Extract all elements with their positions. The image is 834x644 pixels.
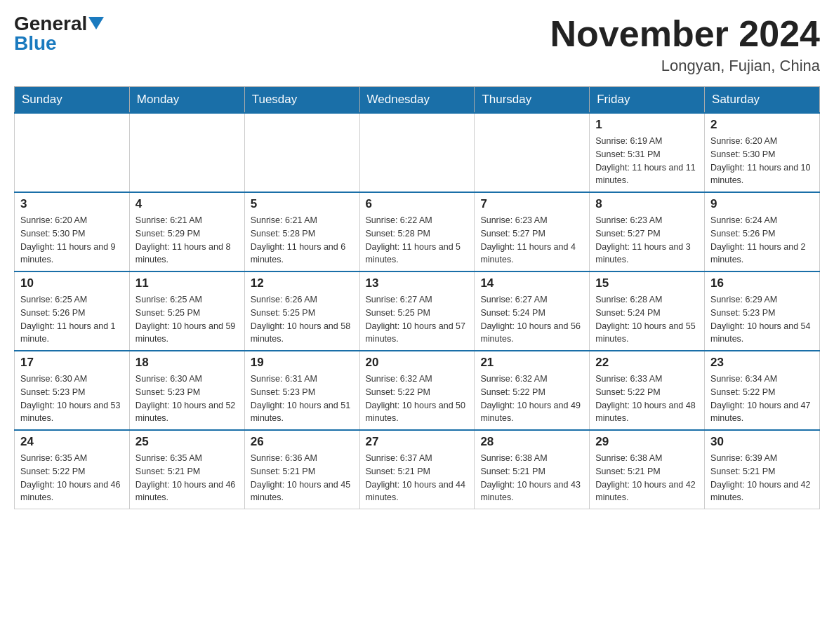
day-info: Sunrise: 6:21 AMSunset: 5:28 PMDaylight:… bbox=[251, 214, 354, 267]
day-number: 15 bbox=[595, 276, 699, 290]
day-info: Sunrise: 6:30 AMSunset: 5:23 PMDaylight:… bbox=[135, 373, 239, 425]
calendar-table: SundayMondayTuesdayWednesdayThursdayFrid… bbox=[14, 86, 820, 509]
calendar-cell: 23Sunrise: 6:34 AMSunset: 5:22 PMDayligh… bbox=[705, 351, 820, 430]
weekday-header-monday: Monday bbox=[129, 87, 244, 114]
day-number: 8 bbox=[595, 197, 699, 211]
calendar-cell: 9Sunrise: 6:24 AMSunset: 5:26 PMDaylight… bbox=[705, 192, 820, 271]
day-info: Sunrise: 6:20 AMSunset: 5:30 PMDaylight:… bbox=[20, 214, 124, 267]
svg-marker-0 bbox=[88, 17, 104, 29]
day-info: Sunrise: 6:29 AMSunset: 5:23 PMDaylight:… bbox=[710, 293, 814, 346]
calendar-cell: 7Sunrise: 6:23 AMSunset: 5:27 PMDaylight… bbox=[475, 192, 590, 271]
page-header: General Blue November 2024 Longyan, Fuji… bbox=[14, 14, 820, 75]
calendar-cell: 21Sunrise: 6:32 AMSunset: 5:22 PMDayligh… bbox=[475, 351, 590, 430]
location-subtitle: Longyan, Fujian, China bbox=[550, 57, 820, 75]
day-number: 17 bbox=[20, 356, 124, 370]
calendar-cell: 22Sunrise: 6:33 AMSunset: 5:22 PMDayligh… bbox=[590, 351, 705, 430]
day-info: Sunrise: 6:31 AMSunset: 5:23 PMDaylight:… bbox=[251, 373, 354, 425]
day-info: Sunrise: 6:39 AMSunset: 5:21 PMDaylight:… bbox=[710, 452, 814, 504]
calendar-cell bbox=[359, 113, 475, 192]
calendar-cell: 10Sunrise: 6:25 AMSunset: 5:26 PMDayligh… bbox=[15, 271, 130, 351]
day-info: Sunrise: 6:22 AMSunset: 5:28 PMDaylight:… bbox=[366, 214, 469, 267]
calendar-week-row: 17Sunrise: 6:30 AMSunset: 5:23 PMDayligh… bbox=[15, 351, 820, 430]
day-info: Sunrise: 6:23 AMSunset: 5:27 PMDaylight:… bbox=[480, 214, 583, 267]
calendar-cell bbox=[129, 113, 244, 192]
weekday-header-saturday: Saturday bbox=[705, 87, 820, 114]
calendar-cell: 17Sunrise: 6:30 AMSunset: 5:23 PMDayligh… bbox=[15, 351, 130, 430]
calendar-cell: 11Sunrise: 6:25 AMSunset: 5:25 PMDayligh… bbox=[129, 271, 244, 351]
day-info: Sunrise: 6:19 AMSunset: 5:31 PMDaylight:… bbox=[595, 135, 699, 187]
calendar-cell: 12Sunrise: 6:26 AMSunset: 5:25 PMDayligh… bbox=[244, 271, 359, 351]
day-info: Sunrise: 6:27 AMSunset: 5:25 PMDaylight:… bbox=[366, 293, 469, 346]
logo: General Blue bbox=[14, 14, 104, 53]
day-number: 18 bbox=[135, 356, 239, 370]
day-number: 2 bbox=[710, 118, 814, 132]
calendar-cell: 3Sunrise: 6:20 AMSunset: 5:30 PMDaylight… bbox=[15, 192, 130, 271]
logo-arrow-icon bbox=[88, 17, 104, 32]
day-number: 20 bbox=[366, 356, 469, 370]
day-info: Sunrise: 6:32 AMSunset: 5:22 PMDaylight:… bbox=[366, 373, 469, 425]
day-info: Sunrise: 6:23 AMSunset: 5:27 PMDaylight:… bbox=[595, 214, 699, 267]
day-number: 6 bbox=[366, 197, 469, 211]
day-info: Sunrise: 6:25 AMSunset: 5:26 PMDaylight:… bbox=[20, 293, 124, 346]
day-info: Sunrise: 6:38 AMSunset: 5:21 PMDaylight:… bbox=[480, 452, 583, 504]
day-number: 12 bbox=[251, 276, 354, 290]
calendar-cell: 25Sunrise: 6:35 AMSunset: 5:21 PMDayligh… bbox=[129, 430, 244, 509]
day-info: Sunrise: 6:35 AMSunset: 5:22 PMDaylight:… bbox=[20, 452, 124, 504]
day-info: Sunrise: 6:32 AMSunset: 5:22 PMDaylight:… bbox=[480, 373, 583, 425]
day-info: Sunrise: 6:24 AMSunset: 5:26 PMDaylight:… bbox=[710, 214, 814, 267]
calendar-cell: 27Sunrise: 6:37 AMSunset: 5:21 PMDayligh… bbox=[359, 430, 475, 509]
weekday-header-row: SundayMondayTuesdayWednesdayThursdayFrid… bbox=[15, 87, 820, 114]
day-info: Sunrise: 6:20 AMSunset: 5:30 PMDaylight:… bbox=[710, 135, 814, 187]
day-info: Sunrise: 6:37 AMSunset: 5:21 PMDaylight:… bbox=[366, 452, 469, 504]
day-number: 28 bbox=[480, 435, 583, 449]
day-info: Sunrise: 6:38 AMSunset: 5:21 PMDaylight:… bbox=[595, 452, 699, 504]
calendar-cell bbox=[15, 113, 130, 192]
day-number: 19 bbox=[251, 356, 354, 370]
day-info: Sunrise: 6:35 AMSunset: 5:21 PMDaylight:… bbox=[135, 452, 239, 504]
calendar-cell: 28Sunrise: 6:38 AMSunset: 5:21 PMDayligh… bbox=[475, 430, 590, 509]
calendar-week-row: 1Sunrise: 6:19 AMSunset: 5:31 PMDaylight… bbox=[15, 113, 820, 192]
calendar-cell: 30Sunrise: 6:39 AMSunset: 5:21 PMDayligh… bbox=[705, 430, 820, 509]
day-info: Sunrise: 6:21 AMSunset: 5:29 PMDaylight:… bbox=[135, 214, 239, 267]
calendar-week-row: 10Sunrise: 6:25 AMSunset: 5:26 PMDayligh… bbox=[15, 271, 820, 351]
day-number: 29 bbox=[595, 435, 699, 449]
day-info: Sunrise: 6:25 AMSunset: 5:25 PMDaylight:… bbox=[135, 293, 239, 346]
weekday-header-wednesday: Wednesday bbox=[359, 87, 475, 114]
day-number: 26 bbox=[251, 435, 354, 449]
calendar-cell: 20Sunrise: 6:32 AMSunset: 5:22 PMDayligh… bbox=[359, 351, 475, 430]
calendar-cell: 24Sunrise: 6:35 AMSunset: 5:22 PMDayligh… bbox=[15, 430, 130, 509]
day-info: Sunrise: 6:34 AMSunset: 5:22 PMDaylight:… bbox=[710, 373, 814, 425]
day-number: 5 bbox=[251, 197, 354, 211]
calendar-cell: 14Sunrise: 6:27 AMSunset: 5:24 PMDayligh… bbox=[475, 271, 590, 351]
weekday-header-friday: Friday bbox=[590, 87, 705, 114]
calendar-cell: 29Sunrise: 6:38 AMSunset: 5:21 PMDayligh… bbox=[590, 430, 705, 509]
calendar-cell: 6Sunrise: 6:22 AMSunset: 5:28 PMDaylight… bbox=[359, 192, 475, 271]
weekday-header-thursday: Thursday bbox=[475, 87, 590, 114]
calendar-cell: 13Sunrise: 6:27 AMSunset: 5:25 PMDayligh… bbox=[359, 271, 475, 351]
day-number: 24 bbox=[20, 435, 124, 449]
day-number: 22 bbox=[595, 356, 699, 370]
calendar-cell: 4Sunrise: 6:21 AMSunset: 5:29 PMDaylight… bbox=[129, 192, 244, 271]
calendar-week-row: 3Sunrise: 6:20 AMSunset: 5:30 PMDaylight… bbox=[15, 192, 820, 271]
calendar-cell: 16Sunrise: 6:29 AMSunset: 5:23 PMDayligh… bbox=[705, 271, 820, 351]
calendar-cell bbox=[244, 113, 359, 192]
logo-general-text: General bbox=[14, 14, 87, 34]
calendar-cell: 18Sunrise: 6:30 AMSunset: 5:23 PMDayligh… bbox=[129, 351, 244, 430]
day-number: 10 bbox=[20, 276, 124, 290]
day-info: Sunrise: 6:27 AMSunset: 5:24 PMDaylight:… bbox=[480, 293, 583, 346]
day-number: 9 bbox=[710, 197, 814, 211]
calendar-cell: 15Sunrise: 6:28 AMSunset: 5:24 PMDayligh… bbox=[590, 271, 705, 351]
day-number: 3 bbox=[20, 197, 124, 211]
day-number: 30 bbox=[710, 435, 814, 449]
day-number: 21 bbox=[480, 356, 583, 370]
day-number: 25 bbox=[135, 435, 239, 449]
day-info: Sunrise: 6:33 AMSunset: 5:22 PMDaylight:… bbox=[595, 373, 699, 425]
month-title: November 2024 bbox=[550, 14, 820, 54]
day-number: 13 bbox=[366, 276, 469, 290]
calendar-cell: 5Sunrise: 6:21 AMSunset: 5:28 PMDaylight… bbox=[244, 192, 359, 271]
weekday-header-tuesday: Tuesday bbox=[244, 87, 359, 114]
calendar-cell: 26Sunrise: 6:36 AMSunset: 5:21 PMDayligh… bbox=[244, 430, 359, 509]
day-number: 4 bbox=[135, 197, 239, 211]
day-info: Sunrise: 6:28 AMSunset: 5:24 PMDaylight:… bbox=[595, 293, 699, 346]
calendar-cell bbox=[475, 113, 590, 192]
